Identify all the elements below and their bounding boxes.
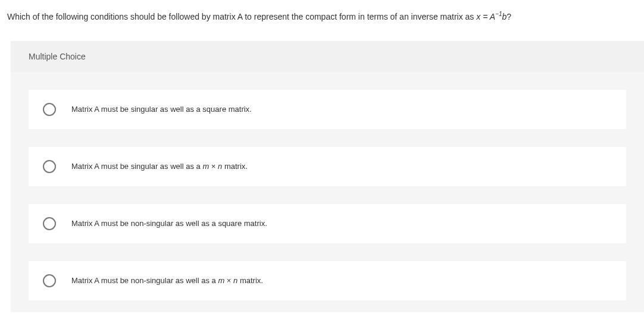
option-4-prefix: Matrix A must be non-singular as well as… xyxy=(71,276,218,285)
option-3-text: Matrix A must be non-singular as well as… xyxy=(71,219,267,228)
option-2-text: Matrix A must be singular as well as a m… xyxy=(71,162,248,171)
question-prefix: Which of the following conditions should… xyxy=(7,12,476,21)
option-2-suffix: matrix. xyxy=(222,162,248,171)
radio-icon xyxy=(43,160,56,173)
radio-icon xyxy=(43,103,56,116)
radio-icon xyxy=(43,217,56,230)
option-2-times: × xyxy=(209,162,218,171)
options-area: Matrix A must be singular as well as a s… xyxy=(11,72,644,312)
option-1[interactable]: Matrix A must be singular as well as a s… xyxy=(29,90,626,129)
option-4[interactable]: Matrix A must be non-singular as well as… xyxy=(29,261,626,300)
formula-eq: = xyxy=(480,12,489,21)
question-text: Which of the following conditions should… xyxy=(0,0,644,41)
option-4-suffix: matrix. xyxy=(237,276,263,285)
option-2-m: m xyxy=(202,162,209,171)
option-1-text: Matrix A must be singular as well as a s… xyxy=(71,105,252,114)
radio-icon xyxy=(43,274,56,287)
option-4-text: Matrix A must be non-singular as well as… xyxy=(71,276,263,285)
formula-a: A xyxy=(490,12,495,21)
question-suffix: ? xyxy=(507,12,511,21)
option-4-times: × xyxy=(224,276,233,285)
multiple-choice-container: Multiple Choice Matrix A must be singula… xyxy=(11,41,644,312)
option-3[interactable]: Matrix A must be non-singular as well as… xyxy=(29,204,626,243)
option-2[interactable]: Matrix A must be singular as well as a m… xyxy=(29,147,626,186)
multiple-choice-header: Multiple Choice xyxy=(11,41,644,72)
option-4-m: m xyxy=(218,276,224,285)
formula-exp: −1 xyxy=(495,11,502,17)
option-2-prefix: Matrix A must be singular as well as a xyxy=(71,162,202,171)
